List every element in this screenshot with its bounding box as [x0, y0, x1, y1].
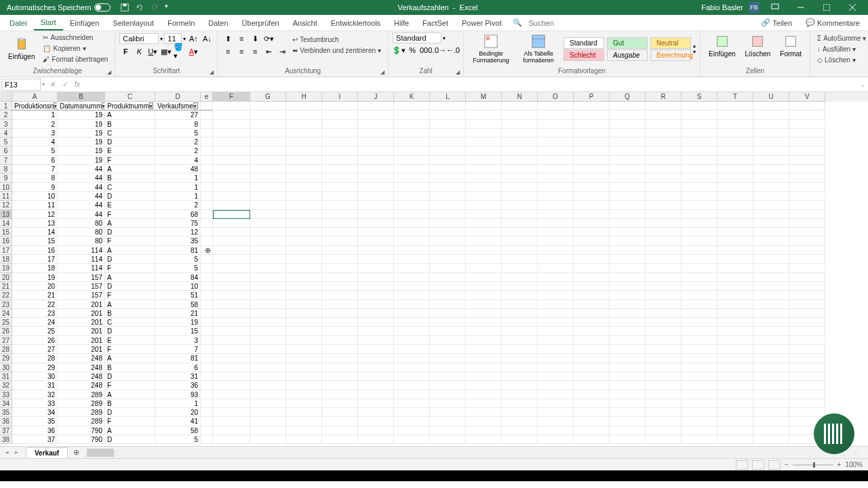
normal-view-icon[interactable] [736, 460, 748, 470]
number-format-combo[interactable] [393, 33, 441, 43]
cell[interactable] [213, 246, 250, 255]
cell[interactable]: 41 [155, 417, 201, 426]
cell[interactable]: A [105, 300, 155, 309]
cell[interactable]: A [105, 110, 155, 119]
maximize-icon[interactable] [816, 1, 837, 14]
row-header-3[interactable]: 3 [0, 120, 12, 129]
cell[interactable]: 48 [155, 165, 201, 174]
table-header[interactable]: Produktionsn▾ [12, 102, 58, 110]
cell[interactable]: F [105, 156, 155, 165]
font-color-icon[interactable]: A▾ [187, 45, 199, 58]
cell[interactable] [213, 165, 250, 174]
row-header-38[interactable]: 38 [0, 435, 12, 444]
cell[interactable]: 114 [58, 246, 105, 255]
cell[interactable]: 201 [58, 318, 105, 327]
align-center-icon[interactable]: ≡ [235, 45, 248, 58]
cell[interactable]: 35 [12, 417, 58, 426]
cell[interactable]: 21 [155, 309, 201, 318]
cell[interactable]: 36 [12, 426, 58, 435]
cell[interactable]: A [105, 165, 155, 174]
style-good[interactable]: Gut [607, 37, 648, 49]
page-layout-view-icon[interactable] [752, 460, 764, 470]
conditional-format-button[interactable]: Bedingte Formatierung [468, 33, 514, 65]
cell[interactable] [213, 372, 250, 381]
tab-developer[interactable]: Entwicklertools [324, 16, 387, 30]
cell[interactable] [213, 273, 250, 282]
row-header-5[interactable]: 5 [0, 138, 12, 146]
cell[interactable] [213, 291, 250, 300]
row-header-12[interactable]: 12 [0, 201, 12, 209]
cell[interactable]: E [105, 201, 155, 209]
col-header-s[interactable]: S [682, 92, 717, 102]
cell[interactable] [213, 381, 250, 390]
cell[interactable]: 19 [58, 146, 105, 155]
cell[interactable]: 19 [58, 110, 105, 119]
align-top-icon[interactable]: ⬆ [222, 33, 234, 45]
row-header-16[interactable]: 16 [0, 237, 12, 245]
cell[interactable]: A [105, 273, 155, 282]
col-header-n[interactable]: N [502, 92, 538, 102]
qat-customize-icon[interactable]: ▾ [165, 3, 174, 12]
style-neutral[interactable]: Neutral [650, 37, 691, 49]
tab-help[interactable]: Hilfe [387, 16, 416, 30]
cell[interactable]: 4 [12, 138, 58, 146]
row-header-34[interactable]: 34 [0, 399, 12, 408]
col-header-u[interactable]: U [753, 92, 789, 102]
cell[interactable]: 35 [155, 237, 201, 245]
tab-page-layout[interactable]: Seitenlayout [106, 16, 161, 30]
cell[interactable]: 14 [12, 228, 58, 237]
cell[interactable]: 201 [58, 345, 105, 354]
autosum-button[interactable]: Σ AutoSumme ▾ [814, 33, 868, 43]
cell[interactable]: 9 [12, 183, 58, 192]
cell[interactable]: 80 [58, 237, 105, 245]
zoom-out-icon[interactable]: − [785, 461, 789, 468]
row-header-21[interactable]: 21 [0, 282, 12, 291]
share-button[interactable]: 🔗 Teilen [755, 17, 797, 28]
align-middle-icon[interactable]: ≡ [235, 33, 248, 45]
cell[interactable]: 25 [12, 327, 58, 336]
cell[interactable]: 2 [12, 120, 58, 129]
cell[interactable] [213, 138, 250, 146]
style-calculation[interactable]: Berechnung [650, 49, 691, 61]
cell[interactable]: 4 [155, 156, 201, 165]
active-cell[interactable] [213, 210, 250, 219]
cell[interactable]: 8 [155, 120, 201, 129]
col-header-k[interactable]: K [394, 92, 430, 102]
cell[interactable] [213, 318, 250, 327]
cell[interactable]: 114 [58, 255, 105, 264]
row-header-22[interactable]: 22 [0, 291, 12, 300]
border-icon[interactable]: ▦▾ [160, 45, 172, 58]
cell[interactable]: 1 [155, 183, 201, 192]
sheet-tab-verkauf[interactable]: Verkauf [26, 447, 68, 458]
cell[interactable]: 12 [155, 228, 201, 237]
cell[interactable]: 30 [12, 372, 58, 381]
font-launcher-icon[interactable]: ◢ [210, 69, 216, 76]
currency-icon[interactable]: 💲▾ [393, 44, 405, 56]
table-header[interactable]: Datumsnumm▾ [58, 102, 105, 110]
col-header-o[interactable]: O [538, 92, 574, 102]
zoom-slider[interactable] [793, 464, 833, 466]
formula-input[interactable] [85, 79, 857, 90]
merge-center-button[interactable]: ⬌ Verbinden und zentrieren ▾ [290, 45, 384, 56]
row-header-9[interactable]: 9 [0, 174, 12, 182]
row-header-26[interactable]: 26 [0, 327, 12, 336]
tab-factset[interactable]: FactSet [416, 16, 455, 30]
cell[interactable]: F [105, 381, 155, 390]
cell[interactable] [213, 201, 250, 209]
cell[interactable]: 23 [12, 309, 58, 318]
cell[interactable]: C [105, 183, 155, 192]
table-header[interactable]: Verkaufsme▾ [155, 102, 201, 110]
add-sheet-icon[interactable]: ⊕ [71, 447, 81, 458]
row-header-8[interactable]: 8 [0, 165, 12, 174]
filter-arrow-icon[interactable]: ▾ [193, 102, 198, 109]
row-header-20[interactable]: 20 [0, 273, 12, 282]
select-all-corner[interactable] [0, 92, 12, 102]
enter-formula-icon[interactable]: ✓ [60, 79, 71, 90]
cell[interactable]: 31 [155, 372, 201, 381]
decrease-decimal-icon[interactable]: ←.0 [447, 44, 459, 56]
tab-review[interactable]: Überprüfen [235, 16, 286, 30]
cell[interactable]: 19 [58, 138, 105, 146]
undo-icon[interactable] [135, 3, 144, 12]
cell[interactable]: 28 [12, 354, 58, 363]
col-header-c[interactable]: C [105, 92, 155, 102]
